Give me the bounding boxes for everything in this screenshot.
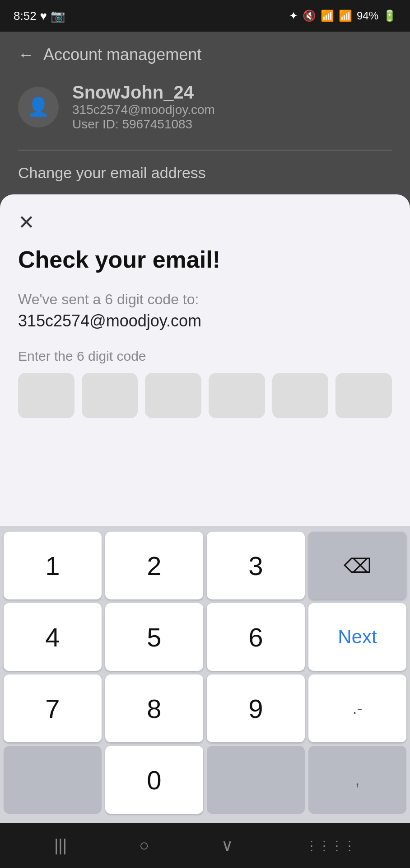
- sent-email: 315c2574@moodjoy.com: [18, 311, 392, 330]
- comma-icon: ,: [355, 770, 359, 789]
- back-row: ← Account management: [18, 45, 392, 64]
- code-box-6[interactable]: [335, 373, 392, 418]
- key-7[interactable]: 7: [4, 675, 102, 742]
- background-screen: ← Account management 👤 SnowJohn_24 315c2…: [0, 32, 410, 204]
- user-info-row: 👤 SnowJohn_24 315c2574@moodjoy.com User …: [18, 82, 392, 132]
- email-verification-modal: ✕ Check your email! We've sent a 6 digit…: [0, 194, 410, 868]
- key-next[interactable]: Next: [308, 603, 406, 671]
- heart-icon: ♥: [40, 9, 47, 23]
- code-box-4[interactable]: [209, 373, 265, 418]
- key-0[interactable]: 0: [105, 746, 203, 814]
- key-1[interactable]: 1: [4, 532, 102, 599]
- avatar-icon: 👤: [27, 96, 50, 118]
- battery-icon: 🔋: [383, 9, 396, 22]
- username: SnowJohn_24: [72, 82, 215, 103]
- change-email-label: Change your email address: [18, 164, 392, 191]
- status-right: ✦ 🔇 📶 📶 94% 🔋: [289, 9, 396, 22]
- key-comma[interactable]: ,: [308, 746, 406, 814]
- user-details: SnowJohn_24 315c2574@moodjoy.com User ID…: [72, 82, 215, 132]
- nav-bar: ||| ○ ∨ ⋮⋮⋮⋮: [0, 823, 410, 868]
- bluetooth-icon: ✦: [289, 9, 298, 22]
- key-9[interactable]: 9: [207, 675, 305, 742]
- code-box-5[interactable]: [272, 373, 329, 418]
- modal-content: ✕ Check your email! We've sent a 6 digit…: [0, 194, 410, 526]
- user-id: User ID: 5967451083: [72, 117, 215, 132]
- time-display: 8:52: [14, 9, 37, 23]
- account-management-title: Account management: [43, 45, 201, 64]
- code-input-boxes[interactable]: [18, 373, 392, 418]
- key-backspace[interactable]: ⌫: [308, 532, 406, 599]
- backspace-icon: ⌫: [344, 554, 372, 577]
- signal-icon: 📶: [339, 9, 352, 22]
- nav-back-icon[interactable]: ∨: [221, 836, 233, 855]
- close-button[interactable]: ✕: [18, 212, 41, 232]
- key-misc[interactable]: .-: [308, 675, 406, 742]
- keypad-row-4: 0 ,: [4, 746, 406, 814]
- keypad-row-1: 1 2 3 ⌫: [4, 532, 406, 599]
- key-5[interactable]: 5: [105, 603, 203, 671]
- key-3[interactable]: 3: [207, 532, 305, 599]
- code-box-3[interactable]: [145, 373, 201, 418]
- key-2[interactable]: 2: [105, 532, 203, 599]
- video-icon: 📷: [51, 9, 65, 23]
- key-empty-left: [4, 746, 102, 814]
- status-left: 8:52 ♥ 📷: [14, 9, 65, 23]
- mute-icon: 🔇: [303, 9, 316, 22]
- code-box-1[interactable]: [18, 373, 75, 418]
- wifi-icon: 📶: [321, 9, 334, 22]
- nav-recents-icon[interactable]: |||: [54, 836, 67, 855]
- key-empty-right: [207, 746, 305, 814]
- key-8[interactable]: 8: [105, 675, 203, 742]
- modal-title: Check your email!: [18, 246, 392, 273]
- key-4[interactable]: 4: [4, 603, 102, 671]
- battery-display: 94%: [357, 9, 378, 22]
- back-arrow-icon[interactable]: ←: [18, 45, 34, 64]
- code-input-label: Enter the 6 digit code: [18, 349, 392, 364]
- status-bar: 8:52 ♥ 📷 ✦ 🔇 📶 📶 94% 🔋: [0, 0, 410, 32]
- keypad-row-2: 4 5 6 Next: [4, 603, 406, 671]
- nav-keyboard-icon[interactable]: ⋮⋮⋮⋮: [305, 838, 356, 853]
- avatar: 👤: [18, 87, 59, 127]
- numeric-keypad: 1 2 3 ⌫ 4 5 6 Next 7 8 9 .- 0 ,: [0, 526, 410, 823]
- keypad-row-3: 7 8 9 .-: [4, 675, 406, 742]
- sent-label: We've sent a 6 digit code to:: [18, 291, 392, 308]
- divider: [18, 150, 392, 151]
- user-email: 315c2574@moodjoy.com: [72, 103, 215, 117]
- nav-home-icon[interactable]: ○: [139, 836, 149, 855]
- code-box-2[interactable]: [82, 373, 138, 418]
- key-6[interactable]: 6: [207, 603, 305, 671]
